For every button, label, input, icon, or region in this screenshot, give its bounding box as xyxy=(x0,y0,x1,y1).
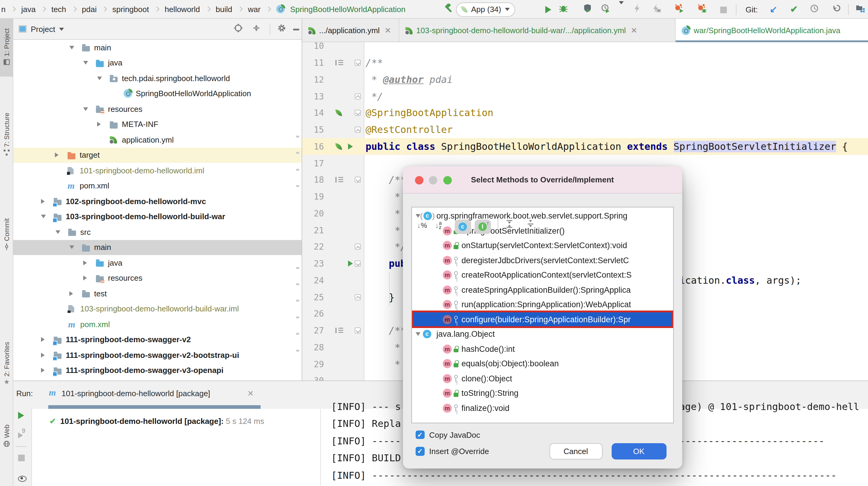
bootclass-icon[interactable] xyxy=(276,5,285,13)
dialog-method-row[interactable]: mclone():Object xyxy=(412,371,673,386)
bug-icon[interactable] xyxy=(559,3,568,15)
lock-icon[interactable] xyxy=(453,360,459,367)
tree-expand-icon[interactable] xyxy=(41,337,44,342)
dialog-method-row[interactable]: monStartup(servletContext:ServletContext… xyxy=(412,238,673,253)
breadcrumb-item[interactable]: tech xyxy=(51,4,66,13)
fold-marker-icon[interactable] xyxy=(354,127,361,133)
console-line[interactable]: [INFO] ----- xyxy=(331,435,401,447)
sidebar-item-commit[interactable]: Commit xyxy=(0,203,13,266)
sidebar-item-2-favorites[interactable]: 2: Favorites★ xyxy=(0,333,13,394)
cancel-button[interactable]: Cancel xyxy=(549,443,602,459)
tree-expand-icon[interactable] xyxy=(83,276,87,281)
m-circle-icon[interactable]: m xyxy=(443,374,452,383)
project-view-chevron-icon[interactable] xyxy=(59,27,64,30)
lines-icon[interactable] xyxy=(335,177,343,183)
show-classes-toggle[interactable]: c xyxy=(455,219,471,234)
settings-button[interactable] xyxy=(277,23,286,35)
dialog-method-row[interactable]: mrun(application:SpringApplication):WebA… xyxy=(412,297,673,312)
dialog-method-row[interactable]: mcreateRootApplicationContext(servletCon… xyxy=(412,268,673,283)
fold-marker-icon[interactable] xyxy=(354,260,361,266)
m-circle-icon[interactable]: m xyxy=(443,256,452,265)
tree-row[interactable]: main xyxy=(13,240,302,255)
fold-marker-icon[interactable] xyxy=(354,93,361,99)
tree-expand-icon[interactable] xyxy=(41,353,44,358)
tree-row[interactable]: mpom.xml xyxy=(13,317,302,332)
debug-with-coverage-button[interactable] xyxy=(697,3,707,15)
dialog-method-row[interactable]: mcreateSpringApplicationBuilder():Spring… xyxy=(412,283,673,297)
m-circle-icon[interactable]: m xyxy=(443,226,452,235)
tree-expand-icon[interactable] xyxy=(415,214,420,218)
fold-marker-icon[interactable] xyxy=(354,110,361,116)
folder-icon[interactable] xyxy=(68,230,76,236)
checkbox-icon[interactable]: ✓ xyxy=(415,447,424,456)
yml-icon[interactable] xyxy=(308,27,315,34)
m-circle-icon[interactable]: m xyxy=(443,285,452,294)
tree-row[interactable]: target xyxy=(13,148,302,163)
close-tab-icon[interactable]: ✕ xyxy=(631,26,637,35)
hide-panel-button[interactable] xyxy=(293,25,299,33)
fold-marker-icon[interactable] xyxy=(354,327,361,333)
lock-icon[interactable] xyxy=(453,346,459,352)
breadcrumb-item[interactable]: pdai xyxy=(82,4,96,13)
fold-marker-icon[interactable] xyxy=(354,177,361,183)
locate-file-button[interactable] xyxy=(234,23,243,35)
dialog-method-row[interactable]: mconfigure(builder:SpringApplicationBuil… xyxy=(412,312,673,327)
tree-expand-icon[interactable] xyxy=(415,332,420,336)
flash-bug-icon[interactable] xyxy=(651,3,661,15)
dialog-method-row[interactable]: mtoString():String xyxy=(412,386,673,401)
close-run-tab-icon[interactable]: ✕ xyxy=(247,389,254,398)
key-icon[interactable] xyxy=(453,316,458,323)
tree-row[interactable]: src xyxy=(13,224,302,240)
key-icon[interactable] xyxy=(453,286,458,294)
git-commit-button[interactable]: ✔ xyxy=(790,4,798,15)
flash-icon[interactable] xyxy=(632,3,642,15)
iml-icon[interactable] xyxy=(67,167,73,174)
coverage-button[interactable] xyxy=(583,3,592,15)
m-circle-icon[interactable]: m xyxy=(443,403,452,413)
tree-expand-icon[interactable] xyxy=(55,153,59,158)
console-line-fragment[interactable]: age) @ 101-springboot-demo-hell xyxy=(679,401,859,413)
class-c-icon[interactable]: c xyxy=(459,222,467,231)
folder-blue-icon[interactable] xyxy=(96,261,104,267)
dialog-title-bar[interactable]: Select Methods to Override/Implement xyxy=(403,166,682,194)
tree-row[interactable]: 111-springboot-demo-swagger-v2-bootstrap… xyxy=(13,347,302,363)
eye-icon[interactable] xyxy=(18,476,27,482)
profiler-chevron[interactable] xyxy=(619,4,624,15)
sidebar-item-1-project[interactable]: 1: Project xyxy=(0,19,13,76)
sidebar-item-7-structure[interactable]: 7: Structure xyxy=(0,99,13,171)
build-button[interactable] xyxy=(444,3,454,15)
git-commit-icon[interactable]: ✔ xyxy=(790,4,798,15)
breadcrumb-item[interactable]: springboot xyxy=(113,4,149,13)
tree-row[interactable]: 102-springboot-demo-helloworld-mvc xyxy=(13,194,302,209)
m-circle-icon[interactable]: m xyxy=(443,344,452,353)
crosshair-icon[interactable] xyxy=(234,23,243,35)
stop-gray-icon[interactable] xyxy=(720,7,727,13)
tree-row[interactable]: resources xyxy=(13,270,302,286)
editor-tab[interactable]: war/SpringBootHelloWorldApplication.java xyxy=(676,19,868,42)
bootclass-icon[interactable] xyxy=(682,26,690,35)
fold-marker-icon[interactable] xyxy=(354,294,361,300)
changed-files-icon[interactable] xyxy=(855,3,865,15)
history-icon[interactable] xyxy=(809,3,819,15)
collapse-all-button[interactable] xyxy=(526,219,535,231)
rerun-button[interactable] xyxy=(18,410,24,420)
fold-marker-icon[interactable] xyxy=(354,60,361,66)
collapse-all-icon[interactable] xyxy=(251,23,261,35)
iml-icon[interactable] xyxy=(68,305,74,313)
tree-row[interactable]: 113-springboot-demo-knife4i-v2 xyxy=(13,378,302,381)
checkbox-insert-override[interactable]: ✓Insert @Override xyxy=(415,447,489,456)
run-tab-label[interactable]: 101-springboot-demo-helloworld [package] xyxy=(62,389,210,398)
run-icon[interactable] xyxy=(348,260,353,266)
folder-icon[interactable] xyxy=(110,123,118,128)
leaf-icon[interactable] xyxy=(335,143,342,150)
sort-alphabetically-button[interactable]: ↓az xyxy=(435,219,442,230)
tree-row[interactable]: 103-springboot-demo-helloworld-build-war xyxy=(13,209,302,224)
folder-icon[interactable] xyxy=(82,46,90,52)
clock-play-icon[interactable] xyxy=(601,3,611,15)
folder-orange-icon[interactable] xyxy=(67,154,75,159)
play-icon[interactable] xyxy=(18,412,24,419)
structure-tool-icon[interactable] xyxy=(3,149,10,158)
sort-by-visibility-button[interactable]: ↓% xyxy=(417,219,427,230)
sidebar-item-web[interactable]: Web xyxy=(0,421,13,452)
show-options-button[interactable] xyxy=(18,473,27,484)
